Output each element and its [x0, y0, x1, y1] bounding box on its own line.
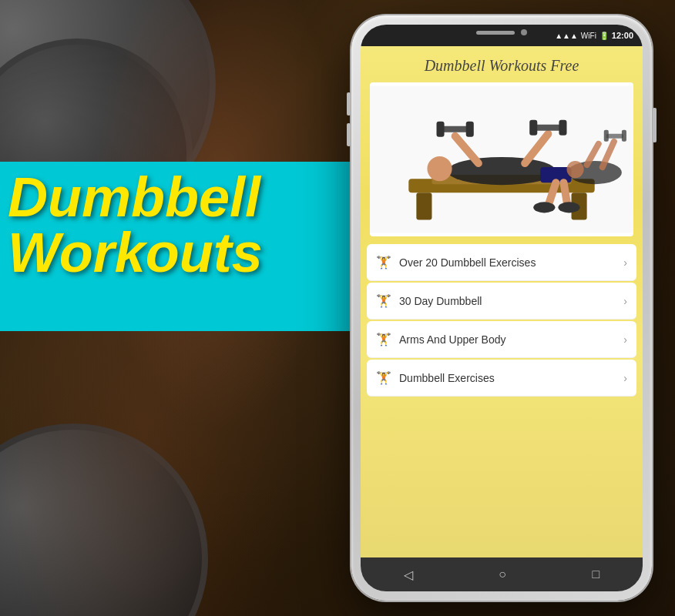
svg-point-10 — [533, 202, 555, 213]
dumbbell-icon-2: 🏋 — [376, 293, 391, 308]
recent-apps-button[interactable]: □ — [580, 563, 613, 586]
menu-item-label-3: Arms And Upper Body — [399, 333, 616, 346]
home-button[interactable]: ○ — [486, 563, 519, 586]
speaker — [476, 31, 515, 35]
svg-rect-26 — [622, 130, 626, 142]
chevron-right-1: › — [623, 256, 627, 269]
dumbbell-icon-3: 🏋 — [376, 332, 391, 346]
wifi-icon: WiFi — [581, 32, 596, 40]
phone-outer: ▲▲▲ WiFi 🔋 12:00 Dumbbell Workouts Free — [351, 15, 652, 601]
workout-illustration — [370, 82, 633, 236]
status-icons: ▲▲▲ WiFi 🔋 12:00 — [555, 31, 633, 40]
svg-rect-24 — [606, 134, 623, 139]
phone-top-bar — [476, 29, 527, 35]
menu-item-label-4: Dumbbell Exercises — [399, 372, 616, 384]
app-content: Dumbbell Workouts Free — [361, 46, 643, 557]
hero-image — [370, 82, 633, 236]
svg-point-11 — [558, 202, 579, 213]
volume-down-button[interactable] — [347, 123, 351, 146]
chevron-right-2: › — [623, 295, 627, 307]
dumbbell-icon-4: 🏋 — [376, 370, 391, 385]
svg-rect-18 — [529, 120, 537, 136]
svg-point-5 — [448, 157, 556, 185]
svg-rect-14 — [437, 122, 445, 137]
menu-item-label-1: Over 20 Dumbbell Exercises — [399, 256, 616, 269]
menu-item-3[interactable]: 🏋 Arms And Upper Body › — [367, 321, 636, 358]
menu-item-2[interactable]: 🏋 30 Day Dumbbell › — [367, 283, 636, 320]
app-title: Dumbbell Workouts Free — [361, 46, 643, 82]
svg-rect-2 — [416, 192, 432, 219]
phone: ▲▲▲ WiFi 🔋 12:00 Dumbbell Workouts Free — [351, 15, 652, 601]
svg-rect-19 — [559, 120, 566, 136]
status-time: 12:00 — [612, 31, 633, 40]
svg-point-6 — [427, 156, 452, 181]
phone-screen: ▲▲▲ WiFi 🔋 12:00 Dumbbell Workouts Free — [361, 25, 643, 591]
dumbbell-icon-1: 🏋 — [376, 255, 391, 270]
chevron-right-3: › — [623, 333, 627, 346]
status-bar: ▲▲▲ WiFi 🔋 12:00 — [361, 25, 643, 46]
menu-list: 🏋 Over 20 Dumbbell Exercises › 🏋 30 Day … — [361, 244, 643, 557]
power-button[interactable] — [653, 108, 657, 142]
chevron-right-4: › — [623, 372, 627, 384]
svg-rect-15 — [466, 122, 474, 137]
back-button[interactable]: ◁ — [391, 563, 425, 587]
menu-item-label-2: 30 Day Dumbbell — [399, 295, 616, 307]
front-camera — [521, 29, 527, 35]
svg-point-21 — [566, 161, 583, 178]
menu-item-4[interactable]: 🏋 Dumbbell Exercises › — [367, 360, 636, 397]
volume-up-button[interactable] — [347, 92, 351, 116]
menu-item-1[interactable]: 🏋 Over 20 Dumbbell Exercises › — [367, 244, 636, 281]
banner-text: Dumbbell Workouts — [8, 169, 263, 280]
svg-rect-25 — [604, 130, 609, 142]
battery-icon: 🔋 — [599, 32, 609, 40]
signal-icon: ▲▲▲ — [555, 32, 578, 40]
bottom-nav: ◁ ○ □ — [361, 557, 643, 591]
